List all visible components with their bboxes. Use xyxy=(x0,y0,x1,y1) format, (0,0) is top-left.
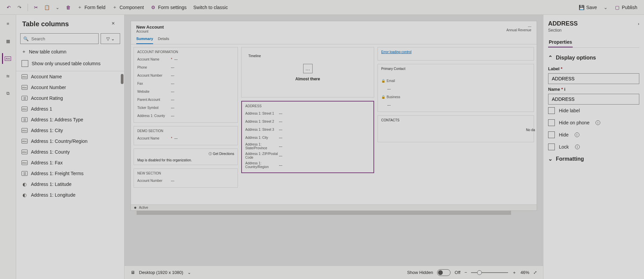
section-new[interactable]: New Section Account Number--- xyxy=(134,168,238,188)
new-table-column-button[interactable]: ＋New table column xyxy=(16,46,124,57)
error-link[interactable]: Error loading control xyxy=(381,50,412,54)
form-field[interactable]: Phone--- xyxy=(137,63,234,71)
hide-on-phone-checkbox[interactable]: Hide on phonei xyxy=(548,117,639,129)
components-rail-button[interactable]: ▦ xyxy=(3,36,13,46)
component-button[interactable]: ＋Component xyxy=(109,3,146,11)
layers-rail-button[interactable]: ≋ xyxy=(3,71,13,81)
column-item[interactable]: AbcAccount Number xyxy=(16,82,124,93)
publish-button[interactable]: ▢Publish xyxy=(612,3,640,11)
tab-summary[interactable]: Summary xyxy=(136,35,153,44)
name-input[interactable] xyxy=(548,94,639,105)
properties-title: ADDRESS xyxy=(548,20,638,27)
form-field[interactable]: 🔒Business xyxy=(381,93,530,101)
hide-checkbox[interactable]: Hidei xyxy=(548,129,639,141)
info-icon[interactable]: i xyxy=(575,132,579,137)
chevron-down-icon: ⌄ xyxy=(548,156,552,162)
zoom-slider[interactable] xyxy=(471,272,508,273)
form-field-button[interactable]: ＋Form field xyxy=(74,3,108,11)
tab-details[interactable]: Details xyxy=(158,35,169,44)
device-dropdown[interactable]: ⌄ xyxy=(187,270,191,275)
zoom-out-button[interactable]: − xyxy=(464,270,467,275)
canvas-h-scrollbar[interactable] xyxy=(137,211,531,215)
scrollbar-thumb[interactable] xyxy=(121,74,123,84)
redo-button[interactable]: ↷ xyxy=(15,3,24,11)
column-item[interactable]: ◐Address 1: Longitude xyxy=(16,190,124,200)
toolbar: ↶ ↷ ✂ 📋 ⌄ 🗑 ＋Form field ＋Component ⚙Form… xyxy=(0,0,644,15)
paste-dropdown[interactable]: ⌄ xyxy=(53,3,62,11)
form-field[interactable]: Address 1: Street 1--- xyxy=(245,109,370,117)
properties-tab[interactable]: Properties xyxy=(548,37,573,47)
formatting-accordion[interactable]: ⌄ Formatting xyxy=(548,153,639,165)
save-dropdown[interactable]: ⌄ xyxy=(601,3,610,11)
form-field[interactable]: Address 1: County--- xyxy=(137,112,234,120)
section-primary-contact[interactable]: Primary Contact 🔒Email---🔒Business--- xyxy=(378,64,534,112)
close-panel-button[interactable]: ✕ xyxy=(111,21,118,28)
column-item[interactable]: AbcAddress 1: County xyxy=(16,147,124,157)
section-contacts[interactable]: CONTACTS No da xyxy=(378,115,534,142)
form-field[interactable]: Account Name*--- xyxy=(137,134,234,142)
table-columns-panel: Table columns ✕ 🔍 ▽⌄ ＋New table column S… xyxy=(16,15,124,279)
column-item[interactable]: ☰Account Rating xyxy=(16,93,124,104)
zoom-in-button[interactable]: ＋ xyxy=(512,270,516,276)
properties-panel: ADDRESS › Section Properties ⌃ Display o… xyxy=(543,15,644,279)
info-icon[interactable]: i xyxy=(575,145,580,149)
search-input[interactable] xyxy=(31,36,96,41)
search-box[interactable]: 🔍 xyxy=(20,33,99,44)
undo-button[interactable]: ↶ xyxy=(4,3,13,11)
show-hidden-toggle[interactable] xyxy=(437,269,451,276)
form-field[interactable]: Address 1: Street 3--- xyxy=(245,125,370,133)
form-field[interactable]: Address 1: State/Province--- xyxy=(245,142,370,151)
form-field[interactable]: Website--- xyxy=(137,87,234,95)
column-item[interactable]: ☰Address 1: Freight Terms xyxy=(16,168,124,179)
section-error[interactable]: Error loading control xyxy=(378,47,534,61)
save-button[interactable]: 💾Save xyxy=(576,3,600,11)
show-unused-checkbox[interactable] xyxy=(22,60,28,67)
section-timeline[interactable]: Timeline … Almost there xyxy=(241,47,374,97)
form-field[interactable]: Address 1: Country/Region--- xyxy=(245,160,370,170)
columns-rail-button[interactable]: Abc xyxy=(2,53,13,64)
info-icon[interactable]: i xyxy=(596,120,600,125)
paste-button[interactable]: 📋 xyxy=(42,3,51,11)
column-item[interactable]: ◐Address 1: Latitude xyxy=(16,179,124,190)
form-field[interactable]: Address 1: City--- xyxy=(245,133,370,142)
form-field[interactable]: Address 1: Street 2--- xyxy=(245,117,370,125)
label-input[interactable] xyxy=(548,73,639,84)
lock-checkbox[interactable]: Locki xyxy=(548,141,639,153)
left-rail: ≡ ▦ Abc ≋ ⧉ xyxy=(0,15,16,279)
panel-title: Table columns xyxy=(22,20,111,28)
form-field[interactable]: Account Name*--- xyxy=(137,55,234,63)
cut-button[interactable]: ✂ xyxy=(31,3,41,11)
form-field[interactable]: Account Number--- xyxy=(137,176,234,185)
section-address[interactable]: ADDRESS Address 1: Street 1---Address 1:… xyxy=(241,101,374,173)
column-item[interactable]: ☰Address 1: Address Type xyxy=(16,114,124,125)
column-item[interactable]: AbcAccount Name xyxy=(16,71,124,82)
forms-rail-button[interactable]: ⧉ xyxy=(3,88,13,99)
section-demo[interactable]: Demo Section Account Name*--- xyxy=(134,126,238,145)
info-icon[interactable]: i xyxy=(564,87,566,92)
column-item[interactable]: AbcAddress 1 xyxy=(16,104,124,114)
monitor-icon: 🖥 xyxy=(131,270,135,275)
form-field[interactable]: Address 1: ZIP/Postal Code--- xyxy=(245,151,370,160)
delete-button[interactable]: 🗑 xyxy=(64,3,73,11)
section-map[interactable]: ⓘ Get Directions Map is disabled for thi… xyxy=(134,149,238,165)
fit-button[interactable]: ⤢ xyxy=(533,270,537,275)
filter-button[interactable]: ▽⌄ xyxy=(101,33,120,44)
display-options-accordion[interactable]: ⌃ Display options xyxy=(548,52,639,64)
form-settings-button[interactable]: ⚙Form settings xyxy=(148,3,189,11)
form-surface[interactable]: New Account Account --- Annual Revenue S… xyxy=(131,21,537,211)
column-item[interactable]: AbcAddress 1: Country/Region xyxy=(16,136,124,147)
form-field[interactable]: Parent Account--- xyxy=(137,95,234,104)
hide-label-checkbox[interactable]: Hide label xyxy=(548,105,639,117)
column-list[interactable]: AbcAccount NameAbcAccount Number☰Account… xyxy=(16,71,124,279)
section-account-info[interactable]: ACCOUNT INFORMATION Account Name*---Phon… xyxy=(134,47,238,123)
column-item[interactable]: AbcAddress 1: City xyxy=(16,125,124,136)
show-unused-checkbox-row[interactable]: Show only unused table columns xyxy=(16,57,124,71)
form-field[interactable]: Fax--- xyxy=(137,79,234,87)
column-item[interactable]: AbcAddress 1: Fax xyxy=(16,157,124,168)
form-field[interactable]: Ticker Symbol--- xyxy=(137,104,234,112)
form-field[interactable]: 🔒Email xyxy=(381,77,530,85)
form-field[interactable]: Account Number--- xyxy=(137,71,234,79)
hamburger-button[interactable]: ≡ xyxy=(3,18,13,29)
expand-properties-button[interactable]: › xyxy=(638,21,639,26)
switch-classic-button[interactable]: Switch to classic xyxy=(190,3,230,11)
